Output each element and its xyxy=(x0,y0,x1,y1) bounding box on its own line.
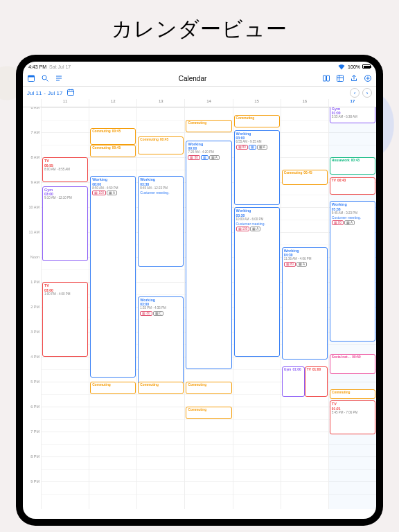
event-block[interactable]: Working03:388:45 AM - 12:23 PMCustomer m… xyxy=(138,176,184,267)
event-title: Commuting xyxy=(92,146,111,150)
event-subtitle: 8:00 AM - 8:55 AM xyxy=(44,168,86,171)
svg-rect-5 xyxy=(327,76,330,81)
event-title: Commuting xyxy=(92,383,111,387)
event-title: Gym xyxy=(44,188,86,193)
event-chip: ▦ C xyxy=(153,311,164,316)
event-title: Working xyxy=(332,202,373,207)
add-icon[interactable] xyxy=(364,74,372,84)
day-header[interactable]: 13 xyxy=(136,99,184,107)
day-column[interactable]: Commuting00:45Working04:3011:36 AM - 4:0… xyxy=(281,107,328,509)
event-title: Working xyxy=(140,298,181,303)
event-block[interactable]: Commuting00:45 xyxy=(138,136,184,155)
event-title: Working xyxy=(140,177,181,182)
event-chip: ▦ A xyxy=(344,220,355,225)
svg-point-2 xyxy=(42,76,46,80)
svg-line-3 xyxy=(46,79,48,81)
toolbar: Calendar xyxy=(23,71,376,87)
tablet-frame: 4:43 PM Sat Jul 17 100% Calendar xyxy=(16,55,383,526)
event-block[interactable]: Gym01:005:55 AM - 6:38 AM xyxy=(330,107,375,123)
event-block[interactable]: Working09:007:20 AM - 4:20 PM▦ 80▦ ▦ A xyxy=(186,141,231,369)
event-block[interactable]: Working04:3011:36 AM - 4:06 PM▦ 80▦ A xyxy=(282,247,328,360)
event-title: Commuting xyxy=(140,383,159,387)
event-block[interactable]: Working08:008:50 AM - 4:50 PM▦ 100▦ A xyxy=(90,176,136,378)
calendar-icon[interactable] xyxy=(66,88,75,98)
prev-week-button[interactable]: ‹ xyxy=(350,88,360,98)
event-subtitle: 11:36 AM - 4:06 PM xyxy=(284,257,326,260)
event-block[interactable]: TV03:001:00 PM - 4:00 PM xyxy=(42,282,88,357)
event-block[interactable]: TV00:558:00 AM - 8:55 AM xyxy=(42,157,88,182)
today-button[interactable] xyxy=(27,74,35,84)
event-block[interactable]: TV01:00 xyxy=(305,366,328,396)
event-block[interactable]: TV01:215:45 PM - 7:06 PM xyxy=(330,400,375,434)
event-subtitle: 5:45 PM - 7:06 PM xyxy=(332,411,373,414)
search-icon[interactable] xyxy=(41,74,49,84)
event-block[interactable]: Housework00:43 xyxy=(330,157,375,175)
status-bar: 4:43 PM Sat Jul 17 100% xyxy=(23,62,376,71)
event-chip: ▦ 80 xyxy=(188,155,200,160)
day-header[interactable]: 17 xyxy=(328,99,376,107)
share-icon[interactable] xyxy=(350,74,358,84)
event-block[interactable]: Social net…00:50 xyxy=(330,354,375,375)
event-block[interactable]: Commuting xyxy=(138,382,184,394)
day-column[interactable]: CommutingWorking09:007:20 AM - 4:20 PM▦ … xyxy=(184,107,232,509)
event-title: Housework xyxy=(332,159,350,162)
event-block[interactable]: Gym01:00 xyxy=(282,366,305,396)
event-block[interactable]: Commuting xyxy=(90,382,136,394)
event-block[interactable]: Commuting xyxy=(186,120,231,132)
event-title: Working xyxy=(92,177,134,182)
day-column[interactable]: CommutingWorking03:006:55 AM - 9:55 AM▦ … xyxy=(233,107,281,509)
event-title: Commuting xyxy=(188,383,206,387)
time-label: 8 AM xyxy=(30,155,39,159)
day-header[interactable]: 12 xyxy=(89,99,136,107)
range-from[interactable]: Jul 11 xyxy=(27,90,42,96)
day-header[interactable]: 15 xyxy=(233,99,281,107)
day-header-row: 11121314151617 xyxy=(23,99,376,107)
day-column[interactable]: Commuting00:45Working03:388:45 AM - 12:2… xyxy=(136,107,184,509)
event-chip: ▦ 100 xyxy=(92,190,106,195)
event-block[interactable]: TV00:43 xyxy=(330,177,375,195)
next-week-button[interactable]: › xyxy=(362,88,372,98)
day-column[interactable]: Commuting00:45Commuting00:45Working08:00… xyxy=(89,107,136,509)
day-header[interactable]: 14 xyxy=(184,99,232,107)
event-note: Customer meeting. xyxy=(140,190,181,195)
event-block[interactable]: Commuting xyxy=(186,382,231,394)
event-note: Customer meeting. xyxy=(236,222,278,226)
list-icon[interactable] xyxy=(55,74,63,84)
event-block[interactable]: Commuting00:45 xyxy=(90,128,136,145)
time-label: 11 AM xyxy=(28,230,39,234)
event-block[interactable]: Commuting00:45 xyxy=(282,170,328,185)
event-block[interactable]: Working03:3010:00 AM - 6:00 PMCustomer m… xyxy=(234,207,280,357)
calendar-grid[interactable]: 6 AM7 AM8 AM9 AM10 AM11 AMNoon1 PM2 PM3 … xyxy=(23,107,376,509)
event-subtitle: 1:00 PM - 4:00 PM xyxy=(44,292,86,296)
day-header[interactable]: 11 xyxy=(41,99,89,107)
event-block[interactable]: Commuting xyxy=(330,389,375,399)
event-chip: ▦ 80 xyxy=(284,262,296,267)
event-block[interactable]: Commuting xyxy=(186,407,231,419)
headline: カレンダービュー xyxy=(0,0,399,55)
svg-rect-8 xyxy=(68,90,74,96)
event-block[interactable]: Working03:006:55 AM - 9:55 AM▦ 80▦ ▦ A xyxy=(234,130,280,205)
event-block[interactable]: Commuting00:45 xyxy=(90,145,136,157)
day-column[interactable]: TV00:558:00 AM - 8:55 AMGym03:009:10 AM … xyxy=(41,107,89,509)
columns-icon[interactable] xyxy=(322,74,330,84)
svg-rect-6 xyxy=(337,75,344,81)
event-title: TV xyxy=(332,402,373,407)
time-label: 3 PM xyxy=(30,330,39,334)
event-chip: ▦ A xyxy=(257,145,267,150)
event-block[interactable]: Gym03:009:10 AM - 12:10 PM xyxy=(42,186,88,261)
event-duration: 00:43 xyxy=(337,179,346,182)
event-block[interactable]: Commuting xyxy=(234,115,280,127)
event-subtitle: 8:50 AM - 4:50 PM xyxy=(92,186,134,190)
event-title: TV xyxy=(307,368,311,371)
grid-icon[interactable] xyxy=(336,74,344,84)
event-block[interactable]: Working03:001:35 PM - 4:35 PM▦ 80▦ C xyxy=(138,296,184,384)
event-duration: 01:00 xyxy=(312,368,321,371)
event-block[interactable]: Working05:389:45 AM - 3:23 PMCustomer me… xyxy=(330,201,375,342)
page-title: Calendar xyxy=(63,75,322,82)
range-sep: - xyxy=(44,90,46,96)
event-title: Commuting xyxy=(284,171,303,175)
range-to[interactable]: Jul 17 xyxy=(48,90,62,96)
day-column[interactable]: Gym01:005:55 AM - 6:38 AMHousework00:43T… xyxy=(328,107,376,509)
day-header[interactable]: 16 xyxy=(281,99,328,107)
event-chip: ▦ 80 xyxy=(332,220,344,225)
